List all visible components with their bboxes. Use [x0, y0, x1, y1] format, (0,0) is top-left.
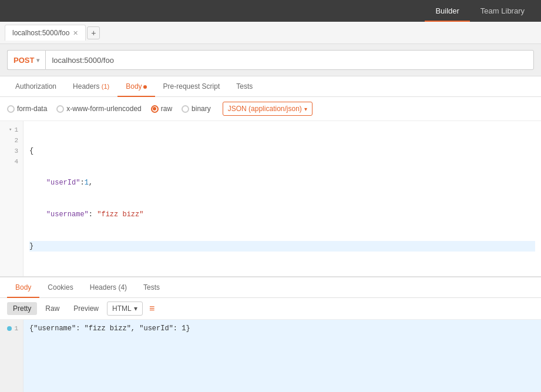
- info-dot: [7, 326, 12, 331]
- format-select[interactable]: JSON (application/json) ▾: [223, 102, 312, 116]
- radio-binary-circle: [182, 105, 189, 113]
- radio-urlencoded[interactable]: x-www-form-urlencoded: [56, 105, 141, 113]
- response-view-opts: Pretty Raw Preview HTML ▾ ≡: [0, 298, 541, 320]
- response-line-1: {"username": "fizz bizz", "userId": 1}: [29, 323, 535, 334]
- radio-urlencoded-circle: [56, 105, 64, 113]
- radio-raw-circle: [151, 105, 159, 113]
- tab-authorization[interactable]: Authorization: [7, 76, 65, 96]
- response-tab-cookies[interactable]: Cookies: [39, 277, 81, 297]
- url-input[interactable]: [45, 50, 534, 70]
- view-preview-button[interactable]: Preview: [68, 302, 105, 315]
- tab-builder[interactable]: Builder: [425, 0, 469, 22]
- tab-headers[interactable]: Headers (1): [65, 76, 117, 96]
- sub-tabs: Authorization Headers (1) Body Pre-reque…: [0, 76, 541, 97]
- wrap-text-icon[interactable]: ≡: [145, 301, 159, 316]
- tab-team-library[interactable]: Team Library: [470, 0, 535, 22]
- response-format-chevron-icon: ▾: [134, 304, 137, 313]
- radio-form-data[interactable]: form-data: [7, 105, 47, 113]
- top-nav: Builder Team Library: [0, 0, 541, 22]
- response-content: {"username": "fizz bizz", "userId": 1}: [23, 320, 541, 392]
- fold-arrow-1: ▾: [9, 125, 12, 135]
- response-tab-tests[interactable]: Tests: [135, 277, 168, 297]
- tab-body[interactable]: Body: [117, 76, 154, 96]
- open-tab[interactable]: localhost:5000/foo ✕: [5, 25, 86, 41]
- body-options: form-data x-www-form-urlencoded raw bina…: [0, 97, 541, 121]
- view-raw-button[interactable]: Raw: [39, 302, 65, 315]
- response-line-numbers: 1: [0, 320, 23, 392]
- response-tab-headers[interactable]: Headers (4): [82, 277, 135, 297]
- method-select[interactable]: POST ▾: [7, 50, 45, 70]
- view-pretty-button[interactable]: Pretty: [7, 302, 37, 315]
- tab-tests[interactable]: Tests: [228, 76, 261, 96]
- format-chevron-icon: ▾: [304, 106, 307, 112]
- tab-pre-request[interactable]: Pre-request Script: [155, 76, 229, 96]
- response-tab-body[interactable]: Body: [7, 277, 39, 297]
- radio-raw[interactable]: raw: [151, 105, 172, 113]
- add-tab-button[interactable]: +: [87, 26, 100, 39]
- response-section: Body Cookies Headers (4) Tests Pretty Ra…: [0, 277, 541, 392]
- method-chevron-icon: ▾: [36, 57, 39, 63]
- response-code-area[interactable]: 1 {"username": "fizz bizz", "userId": 1}: [0, 320, 541, 392]
- code-content[interactable]: { "userId":1, "username": "fizz bizz" }: [23, 121, 541, 276]
- request-bar: POST ▾: [0, 44, 541, 76]
- radio-binary[interactable]: binary: [182, 105, 211, 113]
- close-tab-icon[interactable]: ✕: [73, 29, 78, 37]
- tab-bar: localhost:5000/foo ✕ +: [0, 22, 541, 44]
- body-dot-indicator: [143, 85, 147, 89]
- response-tabs: Body Cookies Headers (4) Tests: [0, 277, 541, 298]
- response-format-select[interactable]: HTML ▾: [107, 301, 143, 316]
- code-editor[interactable]: ▾1 2 3 4 { "userId":1, "username": "fizz…: [0, 121, 541, 277]
- line-numbers: ▾1 2 3 4: [0, 121, 23, 276]
- radio-form-data-circle: [7, 105, 15, 113]
